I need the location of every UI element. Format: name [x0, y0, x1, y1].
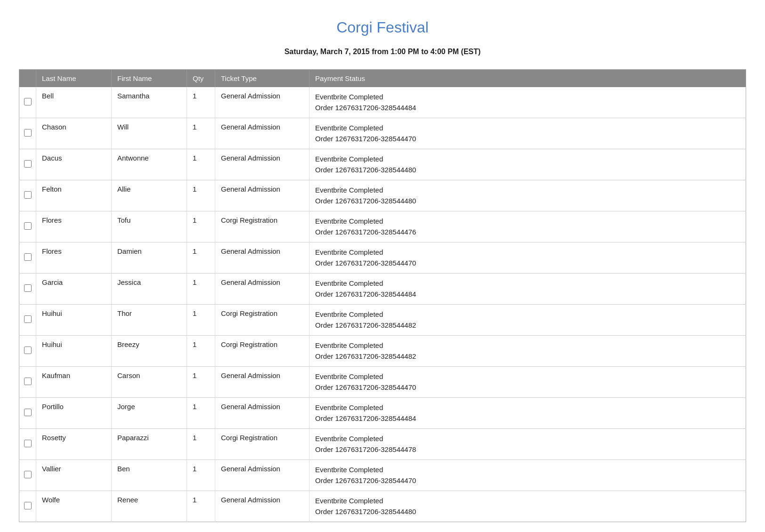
row-checkbox-cell: [19, 180, 36, 211]
cell-first-name: Jessica: [112, 274, 187, 305]
table-row: ChasonWill1General AdmissionEventbrite C…: [19, 118, 746, 149]
order-number: Order 12676317206-328544482: [315, 321, 416, 329]
table-row: BellSamantha1General AdmissionEventbrite…: [19, 87, 746, 118]
cell-last-name: Portillo: [36, 398, 112, 429]
table-row: HuihuiThor1Corgi RegistrationEventbrite …: [19, 305, 746, 336]
row-checkbox-cell: [19, 305, 36, 336]
cell-last-name: Flores: [36, 211, 112, 242]
row-checkbox-cell: [19, 211, 36, 242]
header-ticket-type: Ticket Type: [215, 70, 309, 88]
order-number: Order 12676317206-328544470: [315, 259, 416, 267]
payment-status-label: Eventbrite Completed: [315, 217, 383, 225]
cell-payment-status: Eventbrite CompletedOrder 12676317206-32…: [309, 367, 746, 398]
order-number: Order 12676317206-328544470: [315, 135, 416, 143]
row-checkbox[interactable]: [24, 440, 32, 447]
row-checkbox[interactable]: [24, 160, 32, 168]
cell-ticket-type: General Admission: [215, 367, 309, 398]
cell-first-name: Antwonne: [112, 149, 187, 180]
attendees-table: Last Name First Name Qty Ticket Type Pay…: [19, 69, 746, 522]
cell-payment-status: Eventbrite CompletedOrder 12676317206-32…: [309, 398, 746, 429]
cell-last-name: Felton: [36, 180, 112, 211]
cell-ticket-type: General Admission: [215, 149, 309, 180]
header-checkbox-col: [19, 70, 36, 88]
event-subtitle: Saturday, March 7, 2015 from 1:00 PM to …: [19, 48, 746, 56]
row-checkbox-cell: [19, 491, 36, 522]
header-qty: Qty: [187, 70, 215, 88]
table-row: FloresDamien1General AdmissionEventbrite…: [19, 242, 746, 274]
cell-ticket-type: General Admission: [215, 118, 309, 149]
cell-qty: 1: [187, 491, 215, 522]
cell-payment-status: Eventbrite CompletedOrder 12676317206-32…: [309, 211, 746, 242]
order-number: Order 12676317206-328544484: [315, 414, 416, 422]
row-checkbox-cell: [19, 367, 36, 398]
cell-payment-status: Eventbrite CompletedOrder 12676317206-32…: [309, 491, 746, 522]
row-checkbox[interactable]: [24, 315, 32, 323]
cell-ticket-type: Corgi Registration: [215, 336, 309, 367]
cell-qty: 1: [187, 336, 215, 367]
row-checkbox[interactable]: [24, 129, 32, 137]
cell-qty: 1: [187, 429, 215, 460]
payment-status-label: Eventbrite Completed: [315, 466, 383, 474]
cell-first-name: Renee: [112, 491, 187, 522]
cell-payment-status: Eventbrite CompletedOrder 12676317206-32…: [309, 180, 746, 211]
row-checkbox-cell: [19, 149, 36, 180]
cell-qty: 1: [187, 460, 215, 491]
row-checkbox[interactable]: [24, 502, 32, 509]
payment-status-label: Eventbrite Completed: [315, 341, 383, 349]
order-number: Order 12676317206-328544470: [315, 383, 416, 391]
payment-status-label: Eventbrite Completed: [315, 497, 383, 505]
cell-ticket-type: Corgi Registration: [215, 429, 309, 460]
cell-qty: 1: [187, 211, 215, 242]
payment-status-label: Eventbrite Completed: [315, 93, 383, 101]
cell-last-name: Flores: [36, 242, 112, 274]
row-checkbox[interactable]: [24, 347, 32, 354]
cell-ticket-type: General Admission: [215, 491, 309, 522]
order-number: Order 12676317206-328544484: [315, 104, 416, 112]
payment-status-label: Eventbrite Completed: [315, 279, 383, 287]
row-checkbox[interactable]: [24, 378, 32, 385]
payment-status-label: Eventbrite Completed: [315, 372, 383, 380]
table-row: PortilloJorge1General AdmissionEventbrit…: [19, 398, 746, 429]
cell-payment-status: Eventbrite CompletedOrder 12676317206-32…: [309, 429, 746, 460]
payment-status-label: Eventbrite Completed: [315, 310, 383, 318]
header-payment-status: Payment Status: [309, 70, 746, 88]
row-checkbox-cell: [19, 274, 36, 305]
table-header-row: Last Name First Name Qty Ticket Type Pay…: [19, 70, 746, 88]
order-number: Order 12676317206-328544484: [315, 290, 416, 298]
row-checkbox-cell: [19, 398, 36, 429]
table-row: KaufmanCarson1General AdmissionEventbrit…: [19, 367, 746, 398]
row-checkbox[interactable]: [24, 191, 32, 199]
header-first-name: First Name: [112, 70, 187, 88]
cell-ticket-type: Corgi Registration: [215, 211, 309, 242]
cell-last-name: Kaufman: [36, 367, 112, 398]
payment-status-label: Eventbrite Completed: [315, 186, 383, 194]
cell-payment-status: Eventbrite CompletedOrder 12676317206-32…: [309, 305, 746, 336]
cell-last-name: Rosetty: [36, 429, 112, 460]
cell-qty: 1: [187, 118, 215, 149]
row-checkbox[interactable]: [24, 253, 32, 261]
cell-qty: 1: [187, 367, 215, 398]
row-checkbox[interactable]: [24, 284, 32, 292]
order-number: Order 12676317206-328544470: [315, 476, 416, 484]
cell-ticket-type: General Admission: [215, 180, 309, 211]
table-row: DacusAntwonne1General AdmissionEventbrit…: [19, 149, 746, 180]
cell-first-name: Jorge: [112, 398, 187, 429]
cell-last-name: Wolfe: [36, 491, 112, 522]
row-checkbox[interactable]: [24, 98, 32, 105]
cell-qty: 1: [187, 305, 215, 336]
cell-first-name: Paparazzi: [112, 429, 187, 460]
row-checkbox-cell: [19, 336, 36, 367]
cell-qty: 1: [187, 149, 215, 180]
row-checkbox[interactable]: [24, 471, 32, 478]
cell-last-name: Huihui: [36, 305, 112, 336]
payment-status-label: Eventbrite Completed: [315, 403, 383, 411]
cell-ticket-type: Corgi Registration: [215, 305, 309, 336]
cell-qty: 1: [187, 180, 215, 211]
table-row: FloresTofu1Corgi RegistrationEventbrite …: [19, 211, 746, 242]
cell-first-name: Tofu: [112, 211, 187, 242]
row-checkbox[interactable]: [24, 222, 32, 230]
payment-status-label: Eventbrite Completed: [315, 124, 383, 132]
payment-status-label: Eventbrite Completed: [315, 155, 383, 163]
row-checkbox[interactable]: [24, 409, 32, 416]
cell-qty: 1: [187, 87, 215, 118]
